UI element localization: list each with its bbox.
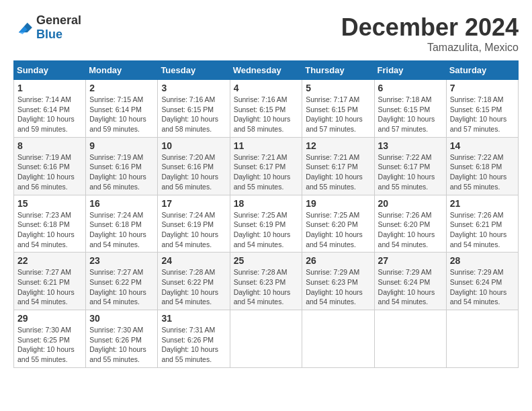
- day-info: Sunrise: 7:27 AMSunset: 6:22 PMDaylight:…: [89, 267, 154, 307]
- day-number: 9: [89, 140, 154, 151]
- day-header: Wednesday: [230, 61, 302, 80]
- day-info: Sunrise: 7:22 AMSunset: 6:18 PMDaylight:…: [450, 152, 515, 192]
- day-info: Sunrise: 7:28 AMSunset: 6:23 PMDaylight:…: [234, 267, 299, 307]
- day-number: 16: [89, 198, 154, 209]
- day-number: 28: [450, 255, 515, 266]
- day-info: Sunrise: 7:24 AMSunset: 6:18 PMDaylight:…: [89, 210, 154, 250]
- calendar-cell: 26Sunrise: 7:29 AMSunset: 6:23 PMDayligh…: [302, 253, 374, 310]
- day-number: 4: [234, 83, 299, 93]
- day-number: 15: [17, 198, 82, 209]
- day-header: Tuesday: [158, 61, 230, 80]
- logo: General Blue: [13, 13, 81, 42]
- day-number: 22: [17, 255, 82, 266]
- day-number: 5: [306, 83, 370, 93]
- day-number: 13: [378, 140, 443, 151]
- calendar-cell: 2Sunrise: 7:15 AMSunset: 6:14 PMDaylight…: [86, 80, 158, 138]
- day-info: Sunrise: 7:18 AMSunset: 6:15 PMDaylight:…: [450, 95, 515, 134]
- day-number: 12: [306, 140, 370, 151]
- day-number: 25: [234, 255, 299, 266]
- day-info: Sunrise: 7:31 AMSunset: 6:26 PMDaylight:…: [161, 325, 226, 365]
- calendar-cell: 18Sunrise: 7:25 AMSunset: 6:19 PMDayligh…: [230, 195, 302, 253]
- calendar-cell: 23Sunrise: 7:27 AMSunset: 6:22 PMDayligh…: [86, 253, 158, 310]
- calendar-cell: 29Sunrise: 7:30 AMSunset: 6:25 PMDayligh…: [14, 310, 86, 368]
- calendar: SundayMondayTuesdayWednesdayThursdayFrid…: [13, 60, 519, 368]
- day-header: Thursday: [302, 61, 374, 80]
- day-number: 21: [450, 198, 515, 209]
- day-header: Sunday: [14, 61, 86, 80]
- calendar-cell: 9Sunrise: 7:19 AMSunset: 6:16 PMDaylight…: [86, 137, 158, 195]
- calendar-cell: [374, 310, 446, 368]
- calendar-cell: 20Sunrise: 7:26 AMSunset: 6:20 PMDayligh…: [374, 195, 446, 253]
- calendar-cell: [446, 310, 518, 368]
- calendar-cell: 7Sunrise: 7:18 AMSunset: 6:15 PMDaylight…: [446, 80, 518, 138]
- day-info: Sunrise: 7:27 AMSunset: 6:21 PMDaylight:…: [17, 267, 82, 307]
- calendar-cell: 3Sunrise: 7:16 AMSunset: 6:15 PMDaylight…: [158, 80, 230, 138]
- calendar-cell: [230, 310, 302, 368]
- day-info: Sunrise: 7:25 AMSunset: 6:20 PMDaylight:…: [306, 210, 370, 250]
- calendar-cell: 12Sunrise: 7:21 AMSunset: 6:17 PMDayligh…: [302, 137, 374, 195]
- calendar-cell: 10Sunrise: 7:20 AMSunset: 6:16 PMDayligh…: [158, 137, 230, 195]
- calendar-cell: 31Sunrise: 7:31 AMSunset: 6:26 PMDayligh…: [158, 310, 230, 368]
- calendar-cell: 14Sunrise: 7:22 AMSunset: 6:18 PMDayligh…: [446, 137, 518, 195]
- day-info: Sunrise: 7:14 AMSunset: 6:14 PMDaylight:…: [17, 95, 82, 134]
- day-number: 11: [234, 140, 299, 151]
- day-number: 31: [161, 313, 226, 324]
- day-info: Sunrise: 7:28 AMSunset: 6:22 PMDaylight:…: [161, 267, 226, 307]
- day-info: Sunrise: 7:22 AMSunset: 6:17 PMDaylight:…: [378, 152, 443, 192]
- day-info: Sunrise: 7:24 AMSunset: 6:19 PMDaylight:…: [161, 210, 226, 250]
- day-number: 20: [378, 198, 443, 209]
- day-info: Sunrise: 7:26 AMSunset: 6:21 PMDaylight:…: [450, 210, 515, 250]
- calendar-cell: 17Sunrise: 7:24 AMSunset: 6:19 PMDayligh…: [158, 195, 230, 253]
- day-info: Sunrise: 7:18 AMSunset: 6:15 PMDaylight:…: [378, 95, 443, 134]
- day-number: 1: [17, 83, 82, 93]
- logo-text: General Blue: [36, 13, 81, 42]
- calendar-cell: 16Sunrise: 7:24 AMSunset: 6:18 PMDayligh…: [86, 195, 158, 253]
- calendar-week: 15Sunrise: 7:23 AMSunset: 6:18 PMDayligh…: [14, 195, 519, 253]
- day-info: Sunrise: 7:26 AMSunset: 6:20 PMDaylight:…: [378, 210, 443, 250]
- day-number: 29: [17, 313, 82, 324]
- day-header: Friday: [374, 61, 446, 80]
- header: General Blue December 2024 Tamazulita, M…: [13, 13, 519, 54]
- day-info: Sunrise: 7:20 AMSunset: 6:16 PMDaylight:…: [161, 152, 226, 192]
- calendar-cell: 1Sunrise: 7:14 AMSunset: 6:14 PMDaylight…: [14, 80, 86, 138]
- day-info: Sunrise: 7:25 AMSunset: 6:19 PMDaylight:…: [234, 210, 299, 250]
- day-info: Sunrise: 7:29 AMSunset: 6:24 PMDaylight:…: [450, 267, 515, 307]
- day-info: Sunrise: 7:29 AMSunset: 6:24 PMDaylight:…: [378, 267, 443, 307]
- day-info: Sunrise: 7:30 AMSunset: 6:25 PMDaylight:…: [17, 325, 82, 365]
- day-number: 2: [89, 83, 154, 93]
- day-info: Sunrise: 7:15 AMSunset: 6:14 PMDaylight:…: [89, 95, 154, 134]
- calendar-week: 1Sunrise: 7:14 AMSunset: 6:14 PMDaylight…: [14, 80, 519, 138]
- day-number: 30: [89, 313, 154, 324]
- day-number: 7: [450, 83, 515, 93]
- day-number: 19: [306, 198, 370, 209]
- calendar-week: 8Sunrise: 7:19 AMSunset: 6:16 PMDaylight…: [14, 137, 519, 195]
- day-number: 10: [161, 140, 226, 151]
- calendar-cell: 27Sunrise: 7:29 AMSunset: 6:24 PMDayligh…: [374, 253, 446, 310]
- calendar-cell: 24Sunrise: 7:28 AMSunset: 6:22 PMDayligh…: [158, 253, 230, 310]
- day-info: Sunrise: 7:19 AMSunset: 6:16 PMDaylight:…: [89, 152, 154, 192]
- day-info: Sunrise: 7:21 AMSunset: 6:17 PMDaylight:…: [306, 152, 370, 192]
- calendar-cell: [302, 310, 374, 368]
- calendar-cell: 4Sunrise: 7:16 AMSunset: 6:15 PMDaylight…: [230, 80, 302, 138]
- day-info: Sunrise: 7:23 AMSunset: 6:18 PMDaylight:…: [17, 210, 82, 250]
- day-info: Sunrise: 7:17 AMSunset: 6:15 PMDaylight:…: [306, 95, 370, 134]
- day-header: Monday: [86, 61, 158, 80]
- day-info: Sunrise: 7:16 AMSunset: 6:15 PMDaylight:…: [161, 95, 226, 134]
- calendar-cell: 21Sunrise: 7:26 AMSunset: 6:21 PMDayligh…: [446, 195, 518, 253]
- day-info: Sunrise: 7:16 AMSunset: 6:15 PMDaylight:…: [234, 95, 299, 134]
- day-info: Sunrise: 7:19 AMSunset: 6:16 PMDaylight:…: [17, 152, 82, 192]
- calendar-cell: 6Sunrise: 7:18 AMSunset: 6:15 PMDaylight…: [374, 80, 446, 138]
- calendar-cell: 11Sunrise: 7:21 AMSunset: 6:17 PMDayligh…: [230, 137, 302, 195]
- calendar-cell: 19Sunrise: 7:25 AMSunset: 6:20 PMDayligh…: [302, 195, 374, 253]
- month-title: December 2024: [341, 13, 519, 42]
- calendar-cell: 30Sunrise: 7:30 AMSunset: 6:26 PMDayligh…: [86, 310, 158, 368]
- day-number: 18: [234, 198, 299, 209]
- calendar-cell: 5Sunrise: 7:17 AMSunset: 6:15 PMDaylight…: [302, 80, 374, 138]
- title-area: December 2024 Tamazulita, Mexico: [341, 13, 519, 54]
- day-number: 6: [378, 83, 443, 93]
- day-number: 23: [89, 255, 154, 266]
- calendar-week: 22Sunrise: 7:27 AMSunset: 6:21 PMDayligh…: [14, 253, 519, 310]
- calendar-cell: 22Sunrise: 7:27 AMSunset: 6:21 PMDayligh…: [14, 253, 86, 310]
- day-number: 8: [17, 140, 82, 151]
- day-number: 3: [161, 83, 226, 93]
